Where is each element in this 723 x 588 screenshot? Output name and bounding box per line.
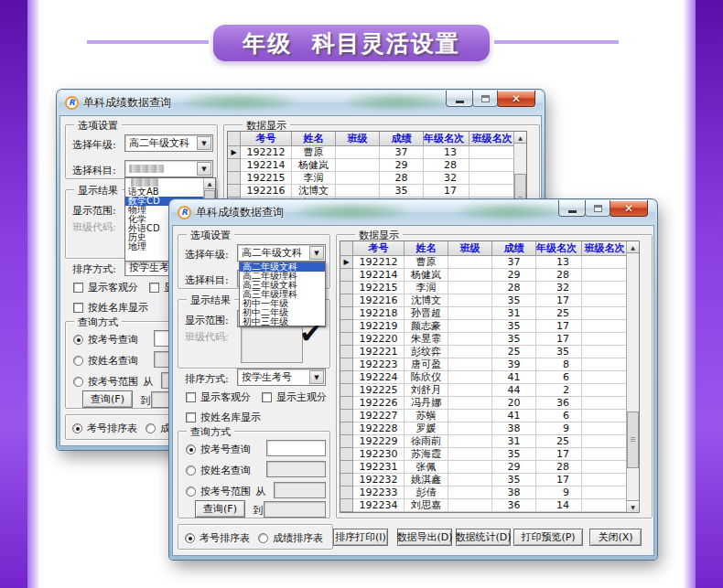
scroll-down-icon[interactable]: ▼ <box>627 500 639 512</box>
row-selector[interactable] <box>340 410 353 422</box>
table-row[interactable]: 192232姚淇鑫3517 <box>340 474 639 486</box>
current-row-indicator[interactable]: ▶ <box>228 146 241 159</box>
row-selector[interactable] <box>340 371 353 384</box>
query-by-id-row[interactable]: 按考号查询 <box>73 333 138 347</box>
table-row[interactable]: 192225刘舒月442 <box>340 384 639 397</box>
column-header[interactable]: 姓名 <box>292 132 336 146</box>
data-statistics-button[interactable]: 数据统计(D) <box>456 529 511 546</box>
column-header[interactable]: 班级 <box>336 132 380 146</box>
query-button[interactable]: 查询(F) <box>195 500 245 518</box>
query-by-range-row[interactable]: 按考号范围 从 <box>73 375 153 389</box>
table-row[interactable]: 192228罗媛389 <box>340 422 639 435</box>
table-row[interactable]: 192230苏海霞3517 <box>340 448 639 461</box>
current-row-indicator[interactable]: ▶ <box>340 256 353 269</box>
table-row[interactable]: ▶192212曹原3713 <box>340 256 639 269</box>
column-header[interactable]: 考号 <box>241 132 292 146</box>
grade-option[interactable]: 高二年级理科 <box>240 272 325 281</box>
minimize-button[interactable] <box>446 91 473 107</box>
row-selector[interactable] <box>228 159 241 172</box>
column-header[interactable]: 班级名次 <box>469 132 515 146</box>
column-header[interactable]: 成绩 <box>380 132 424 146</box>
row-selector[interactable] <box>340 282 353 294</box>
row-selector[interactable] <box>340 333 353 346</box>
row-selector[interactable] <box>228 172 241 185</box>
table-row[interactable]: 192214杨健岚2928 <box>340 269 639 282</box>
table-row[interactable]: 192226冯丹娜2036 <box>340 397 639 410</box>
data-export-button[interactable]: 数据导出(D) <box>397 529 452 546</box>
query-by-range-row[interactable]: 按考号范围 从 <box>186 485 265 498</box>
score-sort-radio-row[interactable]: 成绩排序表 <box>258 531 323 545</box>
row-selector[interactable] <box>340 346 353 358</box>
subjective-checkbox[interactable] <box>262 392 272 402</box>
table-row[interactable]: 192221彭纹弈2535 <box>340 346 639 358</box>
scroll-up-icon[interactable]: ▲ <box>627 241 639 253</box>
table-row[interactable]: 192234刘思嘉3614 <box>340 499 639 512</box>
query-id-input[interactable] <box>266 440 326 456</box>
table-row[interactable]: 192223唐可盈398 <box>340 358 639 371</box>
subject-option[interactable]: 语文AB <box>125 187 203 197</box>
grade-option[interactable]: 高三年级文科 <box>240 281 325 290</box>
row-selector[interactable] <box>340 358 353 371</box>
row-selector[interactable] <box>340 435 353 448</box>
column-header[interactable]: 考号 <box>353 241 405 256</box>
query-by-name-radio[interactable] <box>186 465 196 476</box>
table-row[interactable]: 192215李润2832 <box>340 282 639 294</box>
sort-combobox[interactable]: 按学生考号 ▼ <box>237 369 326 386</box>
id-sort-radio-row[interactable]: 考号排序表 <box>185 531 250 545</box>
row-selector[interactable] <box>340 320 353 333</box>
row-selector[interactable] <box>340 448 353 461</box>
table-row[interactable]: 192214杨健岚2928 <box>228 159 526 172</box>
scrollbar-thumb[interactable] <box>627 412 639 468</box>
query-button[interactable]: 查询(F) <box>82 390 133 408</box>
grade-combobox[interactable]: 高二年级文科 ▼ <box>124 134 213 152</box>
grade-option[interactable]: 初中一年级 <box>240 299 325 308</box>
id-sort-radio[interactable] <box>72 423 82 433</box>
table-row[interactable]: 192227苏蟥416 <box>340 410 639 422</box>
table-row[interactable]: 192231张佩2928 <box>340 461 639 474</box>
window-titlebar[interactable]: R 单科成绩数据查询 ✕ <box>171 200 655 224</box>
column-header[interactable]: 姓名 <box>405 241 448 256</box>
objective-checkbox[interactable] <box>186 392 196 402</box>
table-row[interactable]: 192216沈博文3517 <box>340 294 639 307</box>
chevron-down-icon[interactable]: ▼ <box>197 136 211 150</box>
table-row[interactable]: 192218孙晋超3125 <box>340 307 639 320</box>
minimize-button[interactable] <box>558 200 586 217</box>
score-sort-radio[interactable] <box>146 423 156 433</box>
query-by-range-radio[interactable] <box>73 377 83 387</box>
subjective-checkbox-row[interactable]: 显示主观分 <box>262 390 327 404</box>
column-header[interactable]: 年级名次 <box>424 132 469 146</box>
print-preview-button[interactable]: 打印预览(P) <box>513 529 583 546</box>
objective-checkbox[interactable] <box>73 283 83 293</box>
name-lib-checkbox-row[interactable]: 按姓名库显示 <box>186 411 261 424</box>
id-sort-radio-row[interactable]: 考号排序表 <box>72 422 137 435</box>
query-by-id-radio[interactable] <box>186 444 196 454</box>
id-sort-radio[interactable] <box>185 533 195 543</box>
column-header[interactable]: 年级名次 <box>536 241 582 256</box>
query-by-name-row[interactable]: 按姓名查询 <box>73 354 138 368</box>
close-button[interactable]: ✕ <box>610 200 648 217</box>
row-selector[interactable] <box>340 422 353 435</box>
subject-combobox[interactable]: ▼ <box>124 160 213 177</box>
table-row[interactable]: 192229徐雨萷3125 <box>340 435 639 448</box>
chevron-down-icon[interactable]: ▼ <box>309 370 324 384</box>
query-by-id-radio[interactable] <box>73 335 83 345</box>
row-selector[interactable] <box>340 269 353 282</box>
row-selector[interactable] <box>340 294 353 307</box>
objective-checkbox-row[interactable]: 显示客观分 <box>73 281 138 294</box>
query-by-name-radio[interactable] <box>73 356 83 366</box>
row-selector[interactable] <box>340 486 353 499</box>
table-row[interactable]: 192233彭倩389 <box>340 486 639 499</box>
subject-option-censored[interactable] <box>125 178 203 187</box>
column-header[interactable]: 班级 <box>448 241 492 256</box>
query-by-range-radio[interactable] <box>186 486 196 497</box>
row-selector[interactable] <box>228 185 241 198</box>
score-table[interactable]: 考号姓名班级成绩年级名次班级名次 ▶192212曹原3713192214杨健岚2… <box>340 241 640 513</box>
close-window-button[interactable]: 关闭(X) <box>589 529 642 546</box>
window-titlebar[interactable]: R 单科成绩数据查询 ✕ <box>59 91 543 114</box>
chevron-down-icon[interactable]: ▼ <box>309 246 324 260</box>
objective-checkbox-row[interactable]: 显示客观分 <box>186 390 251 404</box>
column-header[interactable]: 成绩 <box>492 241 536 256</box>
table-row[interactable]: 192215李润2832 <box>228 172 526 185</box>
scroll-up-icon[interactable]: ▲ <box>204 178 215 189</box>
table-row[interactable]: 192224陈欣仪416 <box>340 371 639 384</box>
